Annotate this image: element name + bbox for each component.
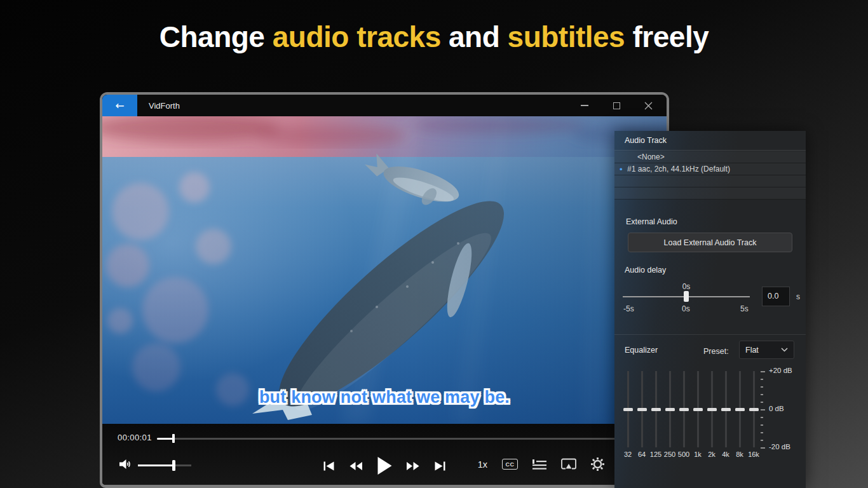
eq-band-slider[interactable]: 125 — [649, 369, 663, 461]
db-tick — [761, 394, 763, 395]
db-tick — [761, 447, 765, 449]
audio-delay-label: Audio delay — [625, 266, 666, 274]
delay-max-label: 5s — [740, 304, 749, 313]
db-tick — [761, 409, 765, 410]
title-highlight-subtitles: subtitles — [508, 20, 625, 53]
previous-button[interactable] — [323, 461, 336, 471]
title-highlight-audio-tracks: audio tracks — [273, 20, 441, 53]
minimize-icon — [581, 105, 588, 106]
eq-band-slider[interactable]: 8k — [733, 369, 747, 461]
eq-slider-handle[interactable] — [749, 408, 759, 411]
eq-slider-handle[interactable] — [637, 408, 647, 411]
eq-slider-handle[interactable] — [623, 408, 633, 411]
playback-speed-button[interactable]: 1x — [478, 459, 487, 470]
back-button[interactable]: ← — [102, 95, 137, 116]
play-button[interactable] — [377, 457, 393, 475]
preset-label: Preset: — [703, 347, 729, 356]
title-text: freely — [625, 20, 709, 53]
eq-band-slider[interactable]: 64 — [635, 369, 649, 461]
db-tick — [761, 402, 763, 403]
selected-dot-icon: • — [620, 163, 623, 175]
audio-track-row-empty[interactable] — [614, 187, 806, 200]
audio-track-header: Audio Track — [614, 131, 806, 151]
close-icon — [644, 102, 653, 110]
titlebar: ← VidForth — [102, 95, 667, 116]
db-tick — [761, 440, 763, 441]
audio-panel: Audio Track <None>•#1 aac, 2ch, 44.1kHz … — [614, 131, 806, 488]
db-scale-label: +20 dB — [769, 367, 792, 374]
title-text: and — [441, 20, 508, 53]
stage: Change audio tracks and subtitles freely… — [0, 0, 868, 488]
volume-handle[interactable] — [172, 460, 175, 471]
preset-dropdown[interactable]: Flat — [739, 341, 794, 359]
audio-track-row[interactable]: <None> — [614, 151, 806, 163]
secondary-controls: 1x CC — [478, 458, 604, 471]
app-window: ← VidForth — [100, 92, 669, 488]
eq-band-slider[interactable]: 250 — [663, 369, 677, 461]
title-text: Change — [159, 20, 273, 53]
seek-handle[interactable] — [172, 434, 175, 443]
delay-unit-label: s — [796, 292, 800, 301]
seek-bar-fill — [157, 438, 173, 440]
page-title: Change audio tracks and subtitles freely — [0, 20, 868, 54]
player-controls: 00:00:01 — [102, 424, 667, 485]
eq-band-slider[interactable]: 4k — [719, 369, 733, 461]
eq-band-slider[interactable]: 32 — [621, 369, 635, 461]
eq-slider-handle[interactable] — [721, 408, 731, 411]
eq-band-slider[interactable]: 1k — [691, 369, 705, 461]
section-divider — [614, 334, 806, 335]
external-audio-label: External Audio — [626, 217, 677, 226]
maximize-icon — [613, 102, 620, 109]
fast-forward-button[interactable] — [406, 461, 421, 471]
load-external-audio-button[interactable]: Load External Audio Track — [628, 233, 792, 252]
volume-icon[interactable] — [119, 458, 133, 470]
window-controls — [569, 95, 664, 116]
back-arrow-icon: ← — [115, 100, 124, 111]
eq-band-slider[interactable]: 16k — [747, 369, 761, 461]
window-title: VidForth — [149, 101, 180, 111]
db-tick — [761, 379, 763, 380]
equalizer-label: Equalizer — [625, 346, 658, 355]
delay-mid-label: 0s — [682, 304, 690, 313]
pip-icon[interactable] — [561, 458, 576, 470]
seek-bar[interactable] — [157, 438, 661, 440]
playlist-icon[interactable] — [532, 459, 546, 470]
maximize-button[interactable] — [600, 95, 632, 116]
db-scale-label: -20 dB — [769, 443, 790, 451]
next-button[interactable] — [434, 461, 446, 471]
db-tick — [761, 432, 763, 433]
audio-delay-input[interactable]: 0.0 — [762, 287, 790, 306]
audio-track-row-empty[interactable] — [614, 175, 806, 187]
video-area[interactable]: but know not what we may be. — [102, 116, 667, 424]
db-scale: +20 dB0 dB-20 dB — [761, 369, 805, 461]
transport-controls — [323, 457, 446, 475]
chevron-down-icon — [781, 348, 788, 352]
db-scale-label: 0 dB — [769, 405, 784, 412]
db-tick — [761, 371, 765, 372]
equalizer-bands: 32641252505001k2k4k8k16k — [621, 369, 761, 461]
db-tick — [761, 386, 763, 388]
delay-min-label: -5s — [623, 304, 634, 313]
cc-subtitles-button[interactable]: CC — [502, 459, 518, 470]
audio-track-row[interactable]: •#1 aac, 2ch, 44.1kHz (Default) — [614, 163, 806, 175]
audio-delay-handle[interactable] — [684, 291, 689, 302]
eq-band-slider[interactable]: 500 — [677, 369, 691, 461]
audio-delay-current-value: 0s — [680, 282, 693, 291]
settings-gear-icon[interactable] — [591, 458, 604, 471]
eq-slider-handle[interactable] — [693, 408, 703, 411]
eq-slider-handle[interactable] — [707, 408, 717, 411]
eq-slider-handle[interactable] — [651, 408, 661, 411]
preset-value: Flat — [745, 346, 781, 355]
eq-slider-handle[interactable] — [735, 408, 745, 411]
current-time: 00:00:01 — [118, 433, 152, 442]
audio-track-list: <None>•#1 aac, 2ch, 44.1kHz (Default) — [614, 151, 806, 200]
eq-slider-handle[interactable] — [665, 408, 675, 411]
whale-video-frame — [102, 116, 667, 424]
minimize-button[interactable] — [569, 95, 600, 116]
db-tick — [761, 417, 763, 418]
volume-slider-fill — [138, 464, 173, 466]
eq-band-slider[interactable]: 2k — [705, 369, 719, 461]
rewind-button[interactable] — [349, 461, 363, 471]
eq-slider-handle[interactable] — [679, 408, 689, 411]
close-button[interactable] — [632, 95, 664, 116]
